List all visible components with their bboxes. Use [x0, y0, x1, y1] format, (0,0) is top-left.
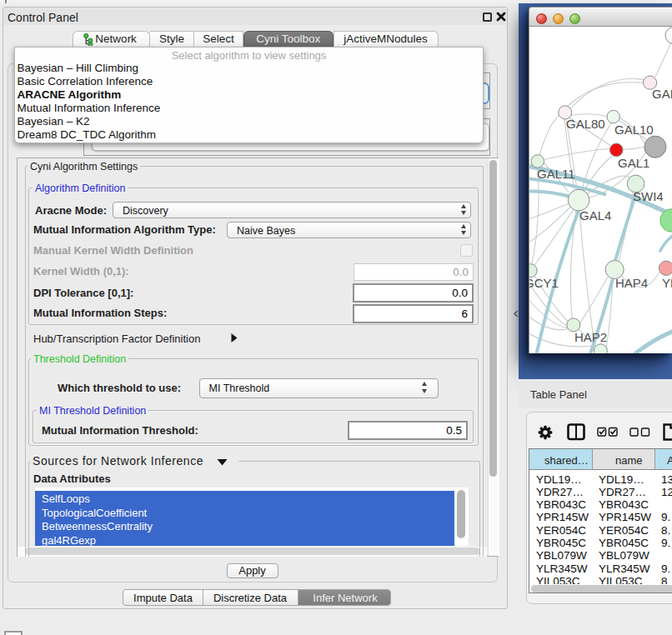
svg-text:YL: YL — [662, 275, 672, 289]
svg-text:GAL4: GAL4 — [579, 208, 611, 222]
svg-text:HAP4: HAP4 — [615, 275, 648, 289]
svg-text:GAL1: GAL1 — [618, 155, 649, 169]
svg-text:SWI4: SWI4 — [633, 188, 664, 202]
svg-text:GAL10: GAL10 — [614, 122, 654, 136]
svg-text:GCY1: GCY1 — [529, 275, 559, 289]
svg-text:GAL11: GAL11 — [537, 166, 575, 180]
svg-text:GAL80: GAL80 — [566, 116, 605, 130]
svg-text:HAP2: HAP2 — [574, 329, 607, 343]
svg-text:GAL2: GAL2 — [652, 86, 672, 100]
